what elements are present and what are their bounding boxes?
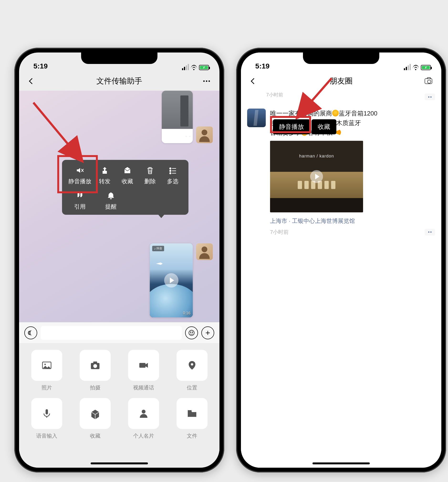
svg-point-7 xyxy=(170,170,171,172)
camera-icon xyxy=(425,78,432,84)
svg-rect-23 xyxy=(139,363,145,368)
message-screenshot[interactable]: ---- xyxy=(162,91,213,143)
menu-favorite[interactable]: 收藏 xyxy=(118,166,137,185)
status-time: 5:19 xyxy=(33,62,48,70)
attach-photo[interactable]: 照片 xyxy=(25,350,68,391)
attach-contact-card-label: 个人名片 xyxy=(133,432,154,440)
phone-mock-right: 5:19 ⚡︎ 朋友圈 7小时前 唯一一家有格调的展商蓝牙音箱1200 起上──… xyxy=(236,48,446,473)
menu-delete[interactable]: 删除 xyxy=(141,166,159,185)
video-brand-text: harman / kardon xyxy=(270,141,363,172)
attach-photo-label: 照片 xyxy=(41,384,52,391)
voice-button[interactable] xyxy=(24,326,37,339)
avatar-self[interactable] xyxy=(196,127,213,143)
attach-location-label: 位置 xyxy=(187,384,197,391)
back-button[interactable] xyxy=(248,75,260,87)
attach-shoot[interactable]: 拍摄 xyxy=(73,350,117,391)
prev-post-more[interactable] xyxy=(425,94,435,100)
forward-icon xyxy=(100,166,109,175)
menu-mute-label: 静音播放 xyxy=(68,177,91,185)
attach-voice-input-label: 语音输入 xyxy=(36,432,57,440)
message-video[interactable]: ♪抖音 0:16 xyxy=(150,243,213,317)
svg-rect-27 xyxy=(188,410,192,412)
svg-point-13 xyxy=(189,330,194,335)
attach-location[interactable]: 位置 xyxy=(170,350,214,391)
signal-icon xyxy=(182,65,189,70)
video-duration: 0:16 xyxy=(183,311,190,315)
attach-video-call[interactable]: 视频通话 xyxy=(122,350,165,391)
menu-forward-label: 转发 xyxy=(99,177,111,185)
chat-title: 文件传输助手 xyxy=(96,76,142,86)
home-indicator[interactable] xyxy=(312,462,370,464)
message-context-menu: 静音播放 转发 收藏 xyxy=(62,160,188,215)
svg-point-11 xyxy=(202,247,207,252)
more-icon xyxy=(203,80,210,82)
notch xyxy=(81,53,157,64)
bell-icon xyxy=(107,191,115,200)
play-icon xyxy=(310,170,323,183)
moments-feed[interactable]: 7小时前 唯一一家有格调的展商蓝牙音箱1200 起上────────会上的木质蓝… xyxy=(241,91,441,468)
moments-title: 朋友圈 xyxy=(330,76,352,86)
attach-favorite-label: 收藏 xyxy=(90,432,100,440)
attach-contact-card[interactable]: 个人名片 xyxy=(122,398,165,440)
chat-area: ---- 静音播放 xyxy=(19,91,219,322)
svg-line-12 xyxy=(33,103,81,160)
svg-point-24 xyxy=(191,363,193,366)
menu-forward[interactable]: 转发 xyxy=(96,166,114,185)
post-location[interactable]: 上海市 · 工银中心上海世博展览馆 xyxy=(270,217,435,225)
moments-popover: 静音播放 收藏 xyxy=(273,119,338,134)
chevron-left-icon xyxy=(251,78,257,84)
menu-multiselect-label: 多选 xyxy=(167,177,178,185)
menu-quote-label: 引用 xyxy=(74,203,86,210)
photo-icon xyxy=(41,360,52,371)
person-icon xyxy=(138,408,149,419)
svg-rect-21 xyxy=(93,362,97,363)
menu-quote[interactable]: 引用 xyxy=(71,191,89,210)
mute-icon xyxy=(76,166,84,175)
chevron-left-icon xyxy=(29,78,35,84)
attach-button[interactable] xyxy=(201,326,214,339)
svg-point-15 xyxy=(192,332,193,332)
post-more-button[interactable] xyxy=(425,229,435,235)
battery-icon: ⚡︎ xyxy=(421,65,431,70)
attach-shoot-label: 拍摄 xyxy=(90,384,100,391)
screen-right: 5:19 ⚡︎ 朋友圈 7小时前 唯一一家有格调的展商蓝牙音箱1200 起上──… xyxy=(241,53,441,468)
mic-icon xyxy=(41,408,52,419)
menu-multiselect[interactable]: 多选 xyxy=(163,166,182,185)
svg-point-19 xyxy=(44,364,46,365)
notch xyxy=(303,53,379,64)
menu-mute-play[interactable]: 静音播放 xyxy=(68,166,91,185)
menu-remind[interactable]: 提醒 xyxy=(102,191,120,210)
chat-input-bar xyxy=(19,322,219,343)
prev-post-timestamp: 7小时前 xyxy=(266,91,435,98)
camera-button[interactable] xyxy=(423,75,434,87)
more-button[interactable] xyxy=(201,75,212,87)
post-avatar[interactable] xyxy=(247,109,266,127)
menu-remind-label: 提醒 xyxy=(105,203,117,210)
video-thumbnail: ♪抖音 0:16 xyxy=(150,243,193,317)
screenshot-thumb: ---- xyxy=(162,91,193,143)
status-right: ⚡︎ xyxy=(182,65,209,70)
popover-favorite[interactable]: 收藏 xyxy=(312,119,336,134)
favorite-icon xyxy=(123,166,132,175)
attach-file[interactable]: 文件 xyxy=(170,398,214,440)
svg-point-5 xyxy=(170,168,171,169)
screen-left: 5:19 ⚡︎ 文件传输助手 ---- xyxy=(19,53,219,468)
box-icon xyxy=(89,408,101,419)
svg-point-22 xyxy=(93,364,97,368)
back-button[interactable] xyxy=(26,75,38,87)
signal-icon xyxy=(404,65,411,70)
camera-icon xyxy=(89,360,101,371)
popover-mute-play[interactable]: 静音播放 xyxy=(273,119,310,134)
home-indicator[interactable] xyxy=(91,462,148,464)
video-source-tag: ♪抖音 xyxy=(152,246,164,251)
post-video[interactable]: harman / kardon xyxy=(270,141,363,212)
emoji-button[interactable] xyxy=(185,326,198,339)
attach-favorite[interactable]: 收藏 xyxy=(73,398,117,440)
phone-mock-left: 5:19 ⚡︎ 文件传输助手 ---- xyxy=(14,48,224,473)
play-icon xyxy=(164,273,178,288)
attach-voice-input[interactable]: 语音输入 xyxy=(25,398,68,440)
chat-navbar: 文件传输助手 xyxy=(19,72,219,91)
folder-icon xyxy=(186,408,198,419)
message-input[interactable] xyxy=(40,326,182,340)
avatar-self-2[interactable] xyxy=(196,243,213,260)
